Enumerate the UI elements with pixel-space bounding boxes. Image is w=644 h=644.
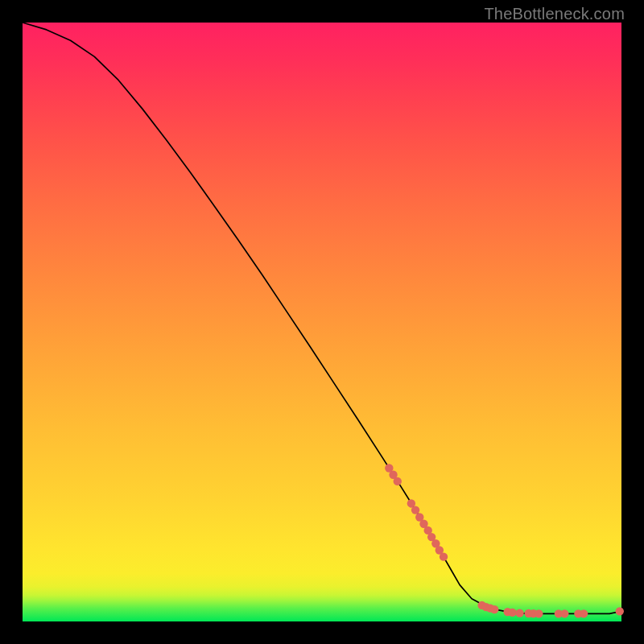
scatter-point (490, 605, 498, 613)
scatter-point (515, 609, 523, 617)
scatter-point (508, 609, 516, 617)
scatter-point (440, 552, 448, 560)
plot-overlay (23, 23, 621, 621)
curve-line (23, 23, 621, 613)
scatter-point (580, 609, 588, 617)
chart-stage: TheBottleneck.com (0, 0, 644, 644)
scatter-point (560, 609, 568, 617)
scatter-point (535, 609, 543, 617)
scatter-point (616, 607, 624, 615)
scatter-markers (385, 464, 624, 617)
scatter-point (394, 477, 402, 485)
scatter-point (411, 506, 419, 514)
plot-area (23, 23, 621, 621)
watermark-label: TheBottleneck.com (484, 5, 625, 23)
